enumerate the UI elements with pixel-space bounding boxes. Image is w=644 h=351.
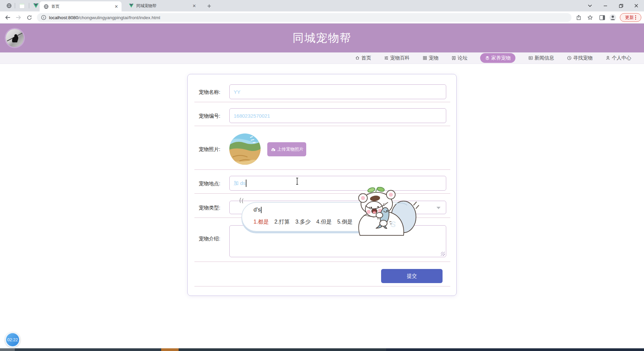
pet-code-label: 宠物编号: <box>199 113 220 119</box>
pet-name-label: 宠物名称: <box>199 89 220 95</box>
pet-name-input[interactable] <box>229 84 446 99</box>
nav-label: 首页 <box>361 55 371 61</box>
url-host: localhost:8080 <box>49 15 78 20</box>
tabstrip-chevron-button[interactable] <box>585 1 595 10</box>
avatar-icon <box>609 14 616 21</box>
pet-code-input[interactable] <box>229 108 446 123</box>
divider <box>194 126 450 126</box>
plus-icon <box>207 4 212 8</box>
close-icon[interactable]: ✕ <box>192 3 196 8</box>
upload-photo-label: 上传宠物照片 <box>277 146 304 152</box>
cloud-upload-icon <box>270 147 276 152</box>
clock-icon <box>567 55 572 61</box>
resize-grip[interactable] <box>441 252 445 256</box>
divider <box>194 169 450 170</box>
share-icon <box>576 15 582 21</box>
browser-tabstrip: 首页 ✕ 同城宠物帮 ✕ <box>0 0 644 11</box>
pet-type-label: 宠物类型: <box>199 205 220 211</box>
forward-arrow-icon <box>15 15 21 20</box>
pet-photo-preview[interactable] <box>229 133 261 165</box>
pinned-tab-vue[interactable] <box>33 3 39 9</box>
pet-photo-label: 宠物照片: <box>199 146 220 153</box>
reload-button[interactable] <box>25 13 34 22</box>
user-icon <box>605 55 610 61</box>
browser-toolbar: localhost:8080/chongwulingyangpingtai/fr… <box>0 11 644 24</box>
browser-update-button[interactable]: 更新 <box>620 13 641 22</box>
pet-location-label: 宠物地点: <box>199 181 220 187</box>
tab-home[interactable]: 首页 ✕ <box>40 1 122 11</box>
bookmark-button[interactable] <box>586 14 594 21</box>
ime-composition: d's <box>254 206 261 213</box>
ime-candidate[interactable]: 2.打算 <box>274 219 289 226</box>
nav-label: 论坛 <box>458 55 467 61</box>
tab-separator <box>29 3 29 8</box>
tab-pet-site[interactable]: 同城宠物帮 ✕ <box>125 0 199 11</box>
star-icon <box>587 15 593 21</box>
globe-favicon-icon <box>6 3 12 8</box>
globe-favicon-icon <box>44 4 49 9</box>
ime-candidate[interactable]: 3.多少 <box>295 219 311 226</box>
chevron-down-icon <box>588 4 592 7</box>
kebab-menu-icon <box>635 15 636 20</box>
sliders-icon <box>384 55 389 61</box>
url-path: /chongwulingyangpingtai/front/index.html <box>78 15 160 20</box>
back-arrow-icon <box>5 15 11 20</box>
text-caret <box>261 207 262 213</box>
close-icon[interactable]: ✕ <box>114 4 118 9</box>
restore-icon <box>619 4 623 8</box>
speech-tick-marks <box>239 197 244 203</box>
nav-item-pet-wiki[interactable]: 宠物百科 <box>384 55 410 61</box>
info-icon[interactable] <box>41 15 46 20</box>
site-logo[interactable] <box>6 29 24 47</box>
nav-item-profile[interactable]: 个人中心 <box>605 55 631 61</box>
layers-icon <box>485 55 490 61</box>
timer-value: 02:22 <box>7 338 18 342</box>
nav-label: 宠物百科 <box>390 55 410 61</box>
nav-item-news[interactable]: 新闻信息 <box>528 55 554 61</box>
window-minimize-button[interactable] <box>600 1 610 10</box>
pinned-tab-page[interactable] <box>19 3 25 9</box>
home-icon <box>355 55 360 61</box>
back-button[interactable] <box>3 13 12 22</box>
profile-button[interactable] <box>609 14 616 21</box>
divider <box>194 262 450 262</box>
tab-title: 首页 <box>51 4 114 9</box>
update-label: 更新 <box>625 14 634 21</box>
minimize-icon <box>603 4 607 8</box>
site-header: 同城宠物帮 <box>0 24 644 52</box>
nav-item-home[interactable]: 首页 <box>355 55 371 61</box>
page-title: 同城宠物帮 <box>293 31 352 46</box>
site-nav: 首页 宠物百科 宠物 论坛 家养宠物 新闻信息 寻找宠物 个人中心 <box>0 52 644 64</box>
ime-candidate[interactable]: 5.倒是 <box>337 219 352 226</box>
new-tab-button[interactable] <box>205 2 213 10</box>
ime-candidate[interactable]: 4.但是 <box>316 219 331 226</box>
mouse-ibeam-cursor <box>295 177 300 185</box>
pet-location-value: 加 ds <box>234 180 245 187</box>
ime-candidate[interactable]: 1.都是 <box>254 219 269 226</box>
window-close-button[interactable] <box>631 1 641 10</box>
side-panel-button[interactable] <box>598 14 606 21</box>
grid-icon <box>422 55 427 61</box>
news-icon <box>528 55 533 61</box>
tab-separator <box>15 3 15 8</box>
nav-label: 新闻信息 <box>535 55 554 61</box>
window-restore-button[interactable] <box>616 1 626 10</box>
forward-button[interactable] <box>14 13 23 22</box>
nav-item-pets[interactable]: 宠物 <box>422 55 439 61</box>
screen-timer-badge[interactable]: 02:22 <box>5 332 20 347</box>
nav-item-forum[interactable]: 论坛 <box>451 55 467 61</box>
ime-mascot-bear: S <box>355 187 421 236</box>
side-panel-icon <box>599 15 605 20</box>
url-bar[interactable]: localhost:8080/chongwulingyangpingtai/fr… <box>37 13 571 22</box>
nav-item-domestic-pets[interactable]: 家养宠物 <box>480 53 515 63</box>
upload-photo-button[interactable]: 上传宠物照片 <box>267 142 306 156</box>
share-button[interactable] <box>575 14 582 21</box>
nav-item-find-pets[interactable]: 寻找宠物 <box>567 55 593 61</box>
pet-intro-label: 宠物介绍: <box>199 236 220 242</box>
submit-button[interactable]: 提交 <box>381 269 443 283</box>
pinned-tab-globe[interactable] <box>6 3 12 9</box>
text-caret <box>246 180 246 187</box>
nav-label: 宠物 <box>429 55 439 61</box>
tab-title: 同城宠物帮 <box>136 3 192 9</box>
blank-page-favicon-icon <box>19 3 25 9</box>
